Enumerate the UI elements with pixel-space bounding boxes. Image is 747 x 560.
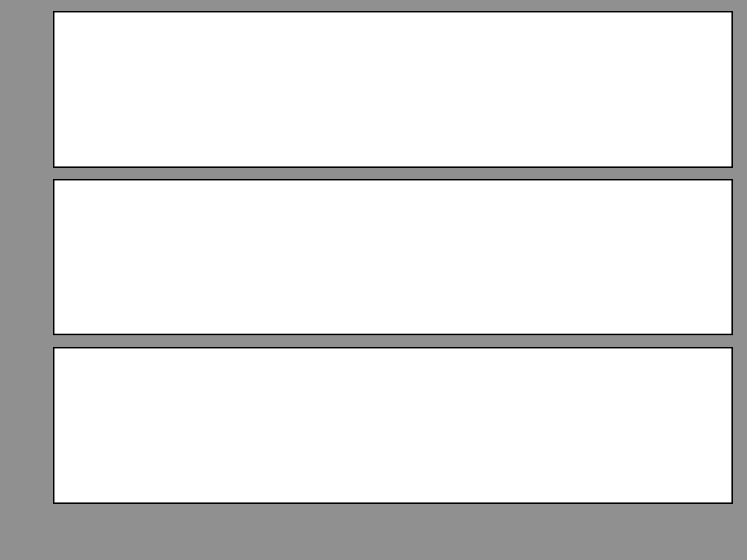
bar-plot-mutation-counts — [55, 12, 731, 166]
panel-mutations-per-mb — [53, 347, 733, 504]
x-axis-sample-labels — [54, 512, 732, 560]
mutation-rate-figure — [0, 0, 747, 560]
bar-plot-mb-sequenced — [55, 180, 731, 334]
bar-plot-mutations-per-mb — [55, 348, 731, 502]
panel-mb-sequenced — [53, 179, 733, 335]
panel-mutation-counts — [53, 11, 733, 168]
